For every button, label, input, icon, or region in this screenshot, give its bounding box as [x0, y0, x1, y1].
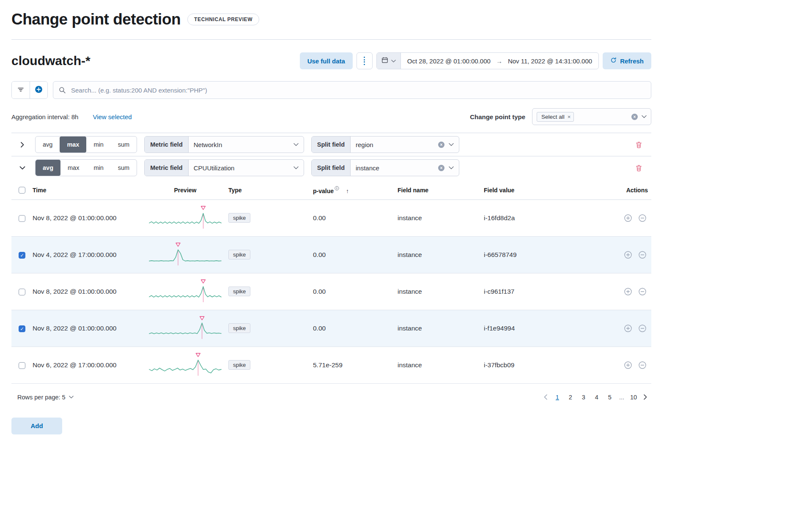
- minus-in-circle-outline-icon: [638, 251, 647, 259]
- field-name-cell: instance: [398, 236, 484, 273]
- p-value-cell: 5.71e-259: [313, 347, 398, 383]
- change-point-type-combobox[interactable]: Select all × ×: [532, 108, 651, 125]
- page-1-button[interactable]: 1: [553, 392, 562, 402]
- filter-for-value-button[interactable]: [622, 285, 634, 298]
- page-3-button[interactable]: 3: [579, 392, 588, 402]
- start-date-button[interactable]: Oct 28, 2022 @ 01:00:00.000: [407, 57, 491, 65]
- page-4-button[interactable]: 4: [592, 392, 601, 402]
- filter-out-value-button[interactable]: [636, 322, 649, 335]
- type-badge: spike: [228, 250, 250, 259]
- plus-in-circle-outline-icon: [624, 287, 632, 296]
- p-value-cell: 0.00: [313, 199, 398, 236]
- function-button-group: avgmaxminsum: [35, 159, 137, 176]
- field-value-cell: i-f1e94994: [484, 310, 609, 347]
- expand-toggle-button[interactable]: [17, 139, 28, 150]
- column-header-type[interactable]: Type: [228, 182, 313, 199]
- page-5-button[interactable]: 5: [605, 392, 614, 402]
- page-10-button[interactable]: 10: [629, 392, 638, 402]
- chevron-down-icon: [642, 115, 647, 118]
- row-checkbox[interactable]: [19, 325, 25, 332]
- type-badge: spike: [228, 213, 250, 223]
- page-2-button[interactable]: 2: [566, 392, 575, 402]
- function-sum-button[interactable]: sum: [111, 160, 137, 176]
- plus-in-circle-icon: [35, 85, 43, 95]
- search-input[interactable]: [53, 81, 651, 99]
- next-page-button[interactable]: [642, 394, 649, 400]
- table-header-row: Time Preview Type p-value ↑ Field name F…: [11, 182, 651, 199]
- metric-field-select[interactable]: CPUUtilization: [189, 160, 304, 176]
- column-header-field-value[interactable]: Field value: [484, 182, 609, 199]
- clear-split-field-icon[interactable]: ×: [438, 142, 444, 148]
- add-button[interactable]: Add: [11, 418, 62, 434]
- query-menu-button[interactable]: [357, 52, 373, 69]
- split-field-label: Split field: [312, 137, 351, 153]
- remove-option-icon[interactable]: ×: [568, 114, 571, 120]
- header-divider: [11, 39, 651, 40]
- split-field-label: Split field: [312, 160, 351, 176]
- filter-out-value-button[interactable]: [636, 212, 649, 224]
- function-max-button[interactable]: max: [60, 160, 86, 176]
- delete-config-button[interactable]: [632, 161, 645, 175]
- change-point-type-label: Change point type: [470, 113, 525, 120]
- row-checkbox[interactable]: [19, 289, 25, 295]
- metric-field-label: Metric field: [145, 160, 189, 176]
- rows-per-page-button[interactable]: Rows per page: 5: [17, 394, 74, 401]
- index-pattern-title: cloudwatch-*: [11, 54, 91, 68]
- filter-out-value-button[interactable]: [636, 359, 649, 371]
- sparkline-chart: [148, 352, 222, 377]
- clear-split-field-icon[interactable]: ×: [438, 165, 444, 171]
- previous-page-button[interactable]: [542, 394, 549, 400]
- page-title: Change point detection: [11, 11, 181, 28]
- sparkline-chart: [148, 279, 222, 303]
- delete-config-button[interactable]: [632, 138, 645, 151]
- refresh-button[interactable]: Refresh: [603, 52, 651, 69]
- function-max-button[interactable]: max: [60, 137, 86, 153]
- chevron-down-icon: [449, 143, 454, 146]
- table-row: Nov 6, 2022 @ 17:00:00.000 spike 5.71e-2…: [11, 347, 651, 383]
- preview-cell: [142, 273, 228, 310]
- date-picker[interactable]: Oct 28, 2022 @ 01:00:00.000 → Nov 11, 20…: [376, 52, 599, 69]
- page-header: Change point detection TECHNICAL PREVIEW: [11, 11, 651, 28]
- calendar-menu-button[interactable]: [377, 53, 401, 69]
- use-full-data-button[interactable]: Use full data: [300, 52, 353, 69]
- split-field-value: instance: [356, 164, 434, 172]
- split-field-select[interactable]: instance ×: [351, 160, 459, 176]
- split-field-select[interactable]: region ×: [351, 137, 459, 153]
- column-header-time[interactable]: Time: [33, 182, 142, 199]
- expand-toggle-button[interactable]: [17, 162, 28, 173]
- sort-ascending-icon: ↑: [346, 188, 349, 194]
- preview-cell: [142, 236, 228, 273]
- function-min-button[interactable]: min: [86, 137, 110, 153]
- filter-for-value-button[interactable]: [622, 212, 634, 224]
- select-all-rows-checkbox[interactable]: [19, 187, 25, 194]
- function-min-button[interactable]: min: [86, 160, 110, 176]
- end-date-button[interactable]: Nov 11, 2022 @ 14:31:00.000: [508, 57, 592, 65]
- refresh-icon: [610, 57, 617, 65]
- function-sum-button[interactable]: sum: [111, 137, 137, 153]
- arrow-right-icon: →: [496, 57, 502, 65]
- preview-cell: [142, 199, 228, 236]
- metric-field-control: Metric field NetworkIn: [144, 136, 304, 153]
- filter-for-value-button[interactable]: [622, 322, 634, 335]
- metric-field-select[interactable]: NetworkIn: [189, 137, 304, 153]
- type-cell: spike: [228, 310, 313, 347]
- filter-for-value-button[interactable]: [622, 248, 634, 261]
- function-avg-button[interactable]: avg: [36, 137, 60, 153]
- field-name-cell: instance: [398, 310, 484, 347]
- filter-for-value-button[interactable]: [622, 359, 634, 371]
- view-selected-link[interactable]: View selected: [93, 113, 132, 120]
- filter-out-value-button[interactable]: [636, 285, 649, 298]
- add-filter-button[interactable]: [30, 82, 47, 98]
- plus-in-circle-outline-icon: [624, 214, 632, 222]
- clear-selection-icon[interactable]: ×: [631, 114, 638, 120]
- filter-button[interactable]: [12, 82, 30, 98]
- column-header-field-name[interactable]: Field name: [398, 182, 484, 199]
- filter-out-value-button[interactable]: [636, 248, 649, 261]
- row-checkbox[interactable]: [19, 362, 25, 369]
- sparkline-chart: [148, 205, 222, 229]
- row-checkbox[interactable]: [19, 215, 25, 222]
- column-header-p-value[interactable]: p-value ↑: [313, 182, 398, 199]
- row-checkbox[interactable]: [19, 252, 25, 259]
- function-avg-button[interactable]: avg: [36, 160, 60, 176]
- field-name-cell: instance: [398, 347, 484, 383]
